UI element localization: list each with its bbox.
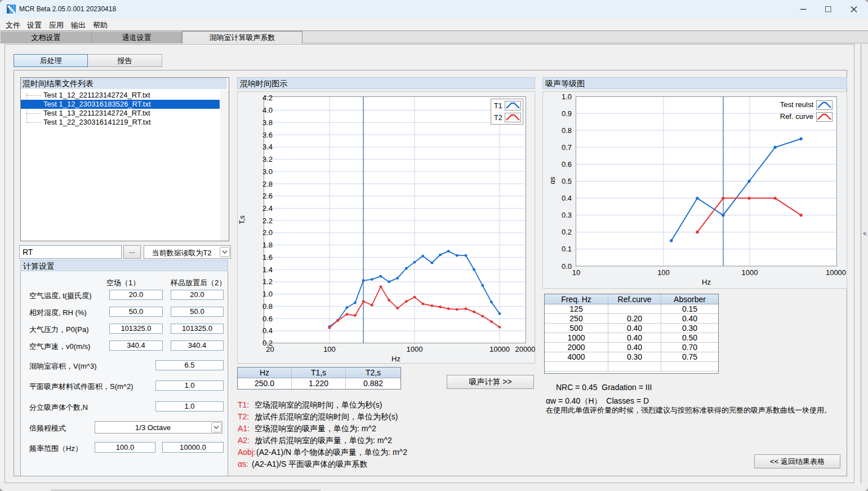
- svg-text:2.4: 2.4: [262, 204, 273, 213]
- svg-text:100: 100: [323, 345, 336, 353]
- svg-text:Test reulst: Test reulst: [780, 100, 814, 109]
- svg-text:3.4: 3.4: [262, 143, 273, 151]
- svg-text:Hz: Hz: [391, 355, 400, 363]
- svg-text:0.8: 0.8: [562, 126, 572, 135]
- svg-text:1.0: 1.0: [562, 92, 572, 101]
- svg-text:10: 10: [572, 268, 580, 277]
- svg-text:4.0: 4.0: [262, 106, 273, 114]
- svg-text:20: 20: [266, 345, 274, 353]
- svg-text:3.8: 3.8: [262, 118, 273, 127]
- svg-text:0.2: 0.2: [562, 228, 572, 236]
- svg-text:T1: T1: [494, 102, 502, 110]
- svg-text:2.8: 2.8: [262, 180, 273, 188]
- svg-text:3.6: 3.6: [262, 131, 273, 139]
- svg-text:0.7: 0.7: [562, 143, 572, 152]
- svg-text:0.1: 0.1: [562, 245, 572, 253]
- svg-text:1.6: 1.6: [262, 253, 273, 262]
- svg-text:0.9: 0.9: [562, 109, 572, 118]
- svg-text:0.5: 0.5: [562, 177, 572, 185]
- svg-text:20000: 20000: [515, 345, 535, 353]
- svg-text:0.6: 0.6: [262, 315, 273, 323]
- svg-text:10000: 10000: [826, 268, 846, 277]
- svg-text:10000: 10000: [489, 345, 510, 353]
- svg-text:3.0: 3.0: [262, 167, 273, 176]
- svg-text:2.6: 2.6: [262, 192, 273, 200]
- svg-text:Ref. curve: Ref. curve: [780, 112, 813, 121]
- svg-text:2.2: 2.2: [262, 216, 273, 225]
- svg-text:Hz: Hz: [702, 278, 711, 286]
- svg-text:0.4: 0.4: [262, 326, 273, 335]
- svg-text:0.6: 0.6: [562, 160, 572, 169]
- svg-text:0.4: 0.4: [562, 194, 572, 202]
- svg-text:1000: 1000: [742, 268, 758, 277]
- svg-text:αs: αs: [549, 177, 557, 184]
- svg-text:1.2: 1.2: [262, 277, 273, 286]
- svg-text:3.2: 3.2: [262, 155, 273, 163]
- svg-text:0.3: 0.3: [562, 211, 572, 219]
- svg-text:T,s: T,s: [238, 215, 246, 224]
- svg-text:1.4: 1.4: [262, 266, 273, 274]
- svg-text:1000: 1000: [407, 345, 423, 353]
- svg-text:T2: T2: [494, 114, 502, 122]
- svg-text:0.0: 0.0: [562, 262, 572, 271]
- svg-text:2.0: 2.0: [262, 228, 273, 237]
- svg-text:1.0: 1.0: [262, 290, 273, 298]
- svg-text:0.8: 0.8: [262, 302, 273, 311]
- svg-text:1.8: 1.8: [262, 241, 273, 249]
- svg-text:4.2: 4.2: [262, 94, 273, 102]
- svg-text:100: 100: [657, 268, 670, 277]
